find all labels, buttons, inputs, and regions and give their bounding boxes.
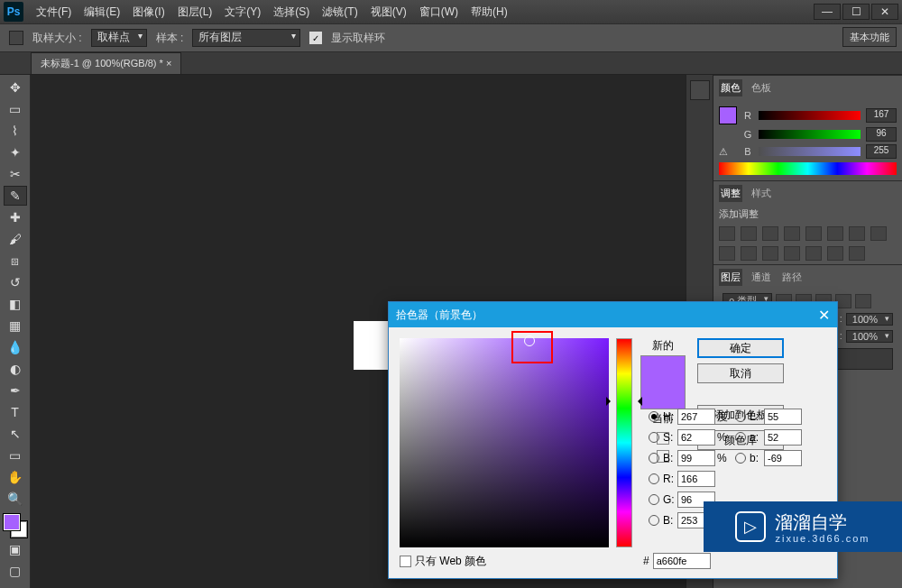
s-input[interactable] (677, 429, 715, 446)
document-tab[interactable]: 未标题-1 @ 100%(RGB/8) * × (31, 52, 181, 74)
bv-input[interactable] (677, 450, 715, 466)
adj-curves-icon[interactable] (762, 226, 778, 241)
bb-radio[interactable] (649, 515, 659, 526)
type-tool[interactable]: T (4, 402, 27, 422)
bv-radio[interactable] (649, 453, 659, 464)
hex-input[interactable] (653, 553, 711, 569)
foreground-swatch[interactable] (4, 514, 20, 530)
adj-selcolor-icon[interactable] (849, 246, 865, 261)
history-brush-tool[interactable]: ↺ (4, 272, 27, 292)
maximize-button[interactable]: ☐ (842, 4, 870, 20)
s-radio[interactable] (649, 432, 659, 443)
dock-icon[interactable] (690, 80, 710, 100)
menu-layer[interactable]: 图层(L) (172, 3, 218, 22)
gradient-tool[interactable]: ▦ (4, 316, 27, 335)
move-tool[interactable]: ✥ (4, 78, 27, 97)
tab-styles[interactable]: 样式 (750, 185, 773, 202)
tab-layers[interactable]: 图层 (719, 269, 742, 286)
hand-tool[interactable]: ✋ (4, 467, 27, 487)
eraser-tool[interactable]: ◧ (4, 294, 27, 314)
cancel-button[interactable]: 取消 (697, 363, 784, 383)
adj-exposure-icon[interactable] (784, 226, 800, 241)
wand-tool[interactable]: ✦ (4, 142, 27, 162)
spectrum-ramp[interactable] (719, 162, 897, 175)
crop-tool[interactable]: ✂ (4, 164, 27, 184)
hue-slider[interactable] (616, 338, 632, 547)
a-input[interactable] (764, 429, 802, 446)
r-slider[interactable] (759, 111, 861, 120)
pen-tool[interactable]: ✒ (4, 381, 27, 400)
filter-shape-icon[interactable] (835, 294, 851, 308)
fill-value[interactable]: 100% (846, 330, 893, 343)
screenmode-toggle[interactable]: ▢ (4, 561, 27, 581)
adj-gradmap-icon[interactable] (827, 246, 843, 261)
tab-adjustments[interactable]: 调整 (719, 185, 742, 202)
g-radio[interactable] (649, 494, 659, 505)
menu-image[interactable]: 图像(I) (127, 3, 170, 22)
adj-threshold-icon[interactable] (805, 246, 822, 261)
menu-filter[interactable]: 滤镜(T) (317, 3, 363, 22)
adj-brightness-icon[interactable] (719, 226, 735, 241)
g-slider[interactable] (759, 130, 861, 139)
h-radio[interactable] (649, 411, 659, 422)
heal-tool[interactable]: ✚ (4, 207, 27, 227)
web-only-checkbox[interactable] (400, 556, 411, 567)
menu-select[interactable]: 选择(S) (268, 3, 315, 22)
h-input[interactable] (677, 409, 715, 425)
tab-channels[interactable]: 通道 (750, 269, 773, 286)
b-input[interactable] (764, 450, 802, 466)
l-input[interactable] (764, 409, 802, 425)
show-ring-checkbox[interactable]: ✓ (309, 32, 322, 44)
filter-smart-icon[interactable] (855, 294, 871, 308)
shape-tool[interactable]: ▭ (4, 446, 27, 465)
l-radio[interactable] (735, 411, 746, 422)
menu-window[interactable]: 窗口(W) (414, 3, 464, 22)
quickmask-toggle[interactable]: ▣ (4, 539, 27, 559)
dialog-title-bar[interactable]: 拾色器（前景色） ✕ (389, 302, 837, 327)
b-value[interactable]: 255 (866, 144, 897, 159)
fg-preview[interactable] (719, 106, 737, 124)
g-value[interactable]: 96 (866, 127, 897, 142)
adj-lookup-icon[interactable] (741, 246, 757, 261)
close-button[interactable]: ✕ (871, 4, 898, 20)
adj-hue-icon[interactable] (827, 226, 843, 241)
lasso-tool[interactable]: ⌇ (4, 121, 27, 141)
b-radio[interactable] (735, 453, 746, 464)
saturation-value-field[interactable] (400, 338, 609, 547)
menu-view[interactable]: 视图(V) (365, 3, 412, 22)
opacity-value[interactable]: 100% (846, 313, 893, 326)
sample-size-dropdown[interactable]: 取样点 (91, 29, 147, 47)
adj-bw-icon[interactable] (849, 226, 865, 241)
preview-current-color[interactable] (641, 382, 685, 409)
r-radio[interactable] (649, 473, 659, 484)
menu-file[interactable]: 文件(F) (31, 3, 77, 22)
brush-tool[interactable]: 🖌 (4, 229, 27, 249)
path-select-tool[interactable]: ↖ (4, 424, 27, 444)
adj-vibrance-icon[interactable] (805, 226, 822, 241)
minimize-button[interactable]: — (814, 4, 841, 20)
adj-poster-icon[interactable] (784, 246, 800, 261)
marquee-tool[interactable]: ▭ (4, 99, 27, 119)
adj-levels-icon[interactable] (741, 226, 757, 241)
menu-help[interactable]: 帮助(H) (465, 3, 513, 22)
r-input[interactable] (677, 471, 715, 487)
adj-mixer-icon[interactable] (719, 246, 735, 261)
tab-swatches[interactable]: 色板 (750, 79, 773, 96)
adj-invert-icon[interactable] (762, 246, 778, 261)
dialog-close-button[interactable]: ✕ (818, 307, 830, 324)
menu-type[interactable]: 文字(Y) (219, 3, 266, 22)
eyedropper-tool[interactable]: ✎ (4, 186, 27, 206)
sample-dropdown[interactable]: 所有图层 (192, 29, 300, 47)
color-swatches[interactable] (4, 514, 27, 537)
r-value[interactable]: 167 (866, 108, 897, 123)
zoom-tool[interactable]: 🔍 (4, 489, 27, 509)
adj-photo-filter-icon[interactable] (870, 226, 887, 241)
ok-button[interactable]: 确定 (697, 338, 784, 358)
a-radio[interactable] (735, 432, 746, 443)
stamp-tool[interactable]: ⧇ (4, 251, 27, 271)
menu-edit[interactable]: 编辑(E) (78, 3, 125, 22)
workspace-switcher[interactable]: 基本功能 (842, 27, 897, 47)
tab-paths[interactable]: 路径 (780, 269, 804, 286)
dodge-tool[interactable]: ◐ (4, 359, 27, 379)
tab-color[interactable]: 颜色 (719, 79, 742, 96)
